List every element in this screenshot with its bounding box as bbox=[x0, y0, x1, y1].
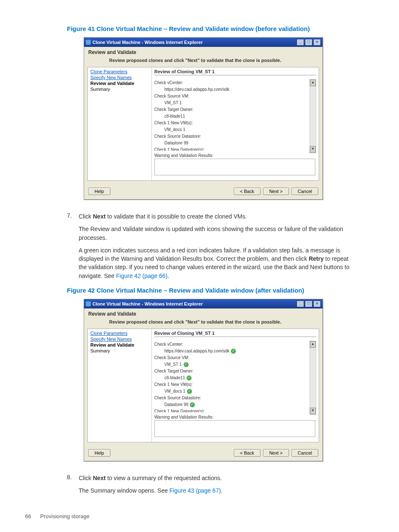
side-nav: Clone Parameters Specify New Names Revie… bbox=[88, 67, 152, 180]
window-title: Clone Virtual Machine - Windows Internet… bbox=[92, 301, 297, 306]
minimize-button[interactable]: _ bbox=[297, 301, 304, 307]
figure-41-title: Figure 41 Clone Virtual Machine – Review… bbox=[67, 25, 374, 32]
check-value: VM_docs 1 bbox=[154, 388, 309, 395]
check-label: Check 1 New VM(s): bbox=[154, 381, 309, 388]
review-sub: Review proposed clones and click "Next" … bbox=[84, 55, 322, 67]
warning-results-box bbox=[154, 159, 315, 175]
dialog-before-validation: Clone Virtual Machine - Windows Internet… bbox=[84, 37, 323, 200]
back-button[interactable]: < Back bbox=[234, 188, 261, 195]
check-label: Check Target Owner: bbox=[154, 368, 309, 375]
scroll-down-icon[interactable]: ▼ bbox=[310, 408, 316, 414]
nav-review-and-validate[interactable]: Review and Validate bbox=[90, 342, 149, 347]
nav-specify-new-names[interactable]: Specify New Names bbox=[90, 337, 149, 342]
main-panel: Review of Cloning VM_ST 1 Check vCenter:… bbox=[152, 329, 319, 442]
cancel-button[interactable]: Cancel bbox=[292, 449, 318, 457]
review-header: Review and Validate bbox=[84, 308, 322, 317]
minimize-button[interactable]: _ bbox=[297, 39, 304, 46]
step-8: 8. Click Next to view a summary of the r… bbox=[67, 474, 357, 499]
cancel-button[interactable]: Cancel bbox=[292, 188, 318, 195]
next-bold: Next bbox=[93, 475, 105, 481]
check-label: Check Source Datastore: bbox=[154, 133, 309, 140]
check-value: Datastore 99 bbox=[154, 401, 309, 408]
close-button[interactable]: × bbox=[313, 301, 321, 307]
help-button[interactable]: Help bbox=[88, 449, 110, 457]
check-value: VM_ST 1 bbox=[154, 100, 309, 106]
step-number: 8. bbox=[67, 474, 79, 499]
text: Click bbox=[79, 213, 93, 220]
page-number: 66 bbox=[25, 513, 31, 519]
text: A green icon indicates success and a red… bbox=[79, 247, 340, 262]
back-button[interactable]: < Back bbox=[234, 449, 261, 457]
next-button[interactable]: Next > bbox=[263, 449, 289, 457]
check-label: Check 1 New Datastore(s): bbox=[154, 408, 309, 412]
check-label: Check Source VM: bbox=[154, 93, 309, 100]
success-icon bbox=[190, 402, 195, 407]
check-value: VM_docs 1 bbox=[154, 126, 309, 133]
check-list-before: Check vCenter: https://dev.casl.adapps.h… bbox=[154, 80, 316, 151]
close-button[interactable]: × bbox=[313, 39, 321, 46]
scrollbar[interactable]: ▲ ▼ bbox=[309, 341, 316, 415]
button-row: Help < Back Next > Cancel bbox=[84, 446, 322, 461]
check-label: Check vCenter: bbox=[154, 80, 309, 86]
check-label: Check 1 New Datastore(s): bbox=[154, 146, 309, 151]
maximize-button[interactable]: □ bbox=[305, 39, 312, 46]
step-7: 7. Click Next to validate that it is pos… bbox=[67, 212, 357, 284]
text: . bbox=[221, 487, 223, 494]
check-value: https://dev.casl.adapps.hp.com/sdk bbox=[154, 348, 309, 355]
nav-summary[interactable]: Summary bbox=[90, 87, 149, 92]
footer: 66 Provisioning storage bbox=[25, 513, 90, 519]
button-row: Help < Back Next > Cancel bbox=[84, 184, 322, 199]
success-icon bbox=[231, 349, 236, 354]
check-label: Check Source Datastore: bbox=[154, 395, 309, 401]
nav-specify-new-names[interactable]: Specify New Names bbox=[90, 75, 149, 80]
scroll-up-icon[interactable]: ▲ bbox=[310, 80, 316, 86]
success-icon bbox=[187, 389, 192, 394]
scrollbar[interactable]: ▲ ▼ bbox=[309, 79, 316, 153]
success-icon bbox=[184, 362, 189, 367]
figure-42-title: Figure 42 Clone Virtual Machine – Review… bbox=[67, 287, 374, 294]
check-label: Check vCenter: bbox=[154, 341, 309, 348]
scroll-down-icon[interactable]: ▼ bbox=[310, 146, 316, 153]
review-header: Review and Validate bbox=[84, 47, 322, 55]
nav-clone-parameters[interactable]: Clone Parameters bbox=[90, 331, 149, 336]
maximize-button[interactable]: □ bbox=[305, 301, 312, 307]
figure-42-link[interactable]: Figure 42 (page 66) bbox=[116, 272, 168, 279]
help-button[interactable]: Help bbox=[88, 188, 110, 195]
ie-icon bbox=[86, 40, 91, 45]
next-bold: Next bbox=[93, 213, 105, 220]
titlebar: Clone Virtual Machine - Windows Internet… bbox=[84, 38, 322, 47]
retry-bold: Retry bbox=[309, 255, 324, 262]
nav-clone-parameters[interactable]: Clone Parameters bbox=[90, 69, 149, 74]
side-nav: Clone Parameters Specify New Names Revie… bbox=[88, 329, 152, 442]
main-panel: Review of Cloning VM_ST 1 Check vCenter:… bbox=[152, 67, 319, 180]
nav-review-and-validate[interactable]: Review and Validate bbox=[90, 81, 149, 86]
text: . bbox=[167, 272, 169, 279]
nav-summary[interactable]: Summary bbox=[90, 348, 149, 353]
check-label: Check Source VM: bbox=[154, 355, 309, 361]
window-title: Clone Virtual Machine - Windows Internet… bbox=[92, 40, 297, 45]
success-icon bbox=[187, 375, 192, 380]
text: The Review and Validate window is update… bbox=[79, 225, 357, 242]
text: to view a summary of the requested actio… bbox=[106, 475, 222, 481]
check-value: VM_ST 1 bbox=[154, 361, 309, 368]
ie-icon bbox=[86, 301, 91, 306]
check-value: https://dev.casl.adapps.hp.com/sdk bbox=[154, 86, 309, 93]
main-title: Review of Cloning VM_ST 1 bbox=[154, 69, 316, 75]
check-label: Check 1 New VM(s): bbox=[154, 120, 309, 126]
dialog-after-validation: Clone Virtual Machine - Windows Internet… bbox=[84, 299, 323, 461]
check-value: c8-blade11 bbox=[154, 113, 309, 120]
body-text: 8. Click Next to view a summary of the r… bbox=[67, 474, 357, 499]
warning-label: Warning and Validation Results: bbox=[154, 153, 316, 158]
text: to validate that it is possible to creat… bbox=[106, 213, 247, 220]
scroll-up-icon[interactable]: ▲ bbox=[310, 341, 316, 348]
figure-43-link[interactable]: Figure 43 (page 67) bbox=[169, 487, 221, 494]
check-label: Check Target Owner: bbox=[154, 106, 309, 113]
body-text: 7. Click Next to validate that it is pos… bbox=[67, 212, 357, 284]
section-name: Provisioning storage bbox=[40, 513, 90, 519]
text: Click bbox=[79, 475, 93, 481]
next-button[interactable]: Next > bbox=[263, 188, 289, 195]
review-sub: Review proposed clones and click "Next" … bbox=[84, 317, 322, 329]
check-list-after: Check vCenter: https://dev.casl.adapps.h… bbox=[154, 341, 316, 412]
text: The Summary window opens. See bbox=[79, 487, 169, 494]
dialog-body: Clone Parameters Specify New Names Revie… bbox=[87, 329, 319, 442]
